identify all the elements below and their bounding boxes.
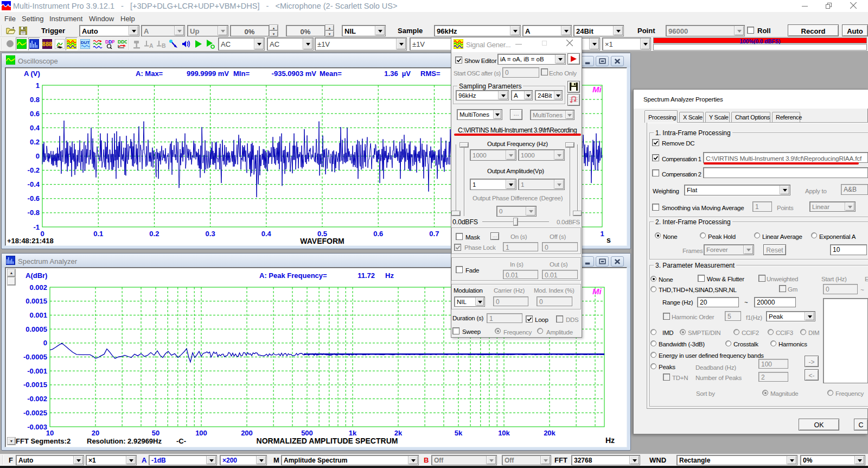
svg-text:5k: 5k xyxy=(455,429,463,437)
svg-text:10k: 10k xyxy=(498,429,510,437)
svg-text:888: 888 xyxy=(42,41,52,47)
svg-text:0.8: 0.8 xyxy=(30,96,40,104)
svg-text:0.002: 0.002 xyxy=(29,283,47,292)
svg-text:-C-: -C- xyxy=(176,437,186,445)
svg-text:1k: 1k xyxy=(349,429,357,437)
svg-text:20: 20 xyxy=(92,429,99,437)
svg-text:-0.002: -0.002 xyxy=(27,395,47,403)
svg-text:200: 200 xyxy=(241,429,253,437)
svg-text:Hz: Hz xyxy=(385,271,394,280)
svg-text:-0.8: -0.8 xyxy=(28,208,40,217)
svg-text:-0.6: -0.6 xyxy=(28,194,40,203)
svg-text:0.0005: 0.0005 xyxy=(25,325,47,333)
svg-text:0.1: 0.1 xyxy=(93,230,103,238)
svg-text:0.2: 0.2 xyxy=(30,138,40,146)
svg-text:50: 50 xyxy=(152,429,159,437)
svg-text:A(dBr): A(dBr) xyxy=(25,271,47,280)
svg-text:A: A xyxy=(149,42,154,49)
svg-text:A (V): A (V) xyxy=(24,69,40,78)
svg-text:Mi: Mi xyxy=(592,287,602,296)
svg-text:Hz: Hz xyxy=(605,436,615,445)
svg-text:11.72: 11.72 xyxy=(358,271,375,280)
svg-text:-0.0005: -0.0005 xyxy=(23,353,47,361)
svg-text:DUT: DUT xyxy=(81,40,90,45)
svg-text:0.7: 0.7 xyxy=(429,230,439,238)
svg-text:-0.2: -0.2 xyxy=(28,166,40,174)
svg-text:0.4: 0.4 xyxy=(30,124,40,132)
svg-text:-1: -1 xyxy=(33,223,40,231)
svg-text:0.0015: 0.0015 xyxy=(25,297,47,305)
svg-text:A: Max=: A: Max= xyxy=(136,69,163,78)
svg-text:0.001: 0.001 xyxy=(29,311,47,319)
svg-text:-935.0903 mV: -935.0903 mV xyxy=(272,69,317,78)
svg-text:0.2: 0.2 xyxy=(149,230,159,238)
svg-text:0: 0 xyxy=(36,152,40,160)
svg-text:P: P xyxy=(112,39,114,45)
svg-text:-0.0025: -0.0025 xyxy=(23,409,47,417)
svg-text:-0.4: -0.4 xyxy=(28,180,40,188)
svg-text:WAVEFORM: WAVEFORM xyxy=(300,237,344,245)
svg-text:A: Peak Frequency=: A: Peak Frequency= xyxy=(259,271,327,280)
svg-text:MIn=: MIn= xyxy=(233,69,250,78)
svg-text:1: 1 xyxy=(600,230,604,238)
svg-text:NORMALIZED AMPLITUDE SPECTRUM: NORMALIZED AMPLITUDE SPECTRUM xyxy=(257,437,398,445)
svg-text:+18:48:21:418: +18:48:21:418 xyxy=(7,237,54,245)
svg-text:100: 100 xyxy=(195,429,207,437)
svg-text:0.6: 0.6 xyxy=(30,110,40,118)
svg-text:1: 1 xyxy=(36,81,40,90)
svg-text:-0.0015: -0.0015 xyxy=(23,381,47,389)
svg-text:0: 0 xyxy=(43,339,47,347)
svg-text:Mean=: Mean= xyxy=(320,69,342,78)
svg-text:DDC: DDC xyxy=(118,39,127,45)
svg-text:-0.001: -0.001 xyxy=(27,367,47,375)
svg-text:B: B xyxy=(162,42,166,49)
svg-text:999.9999 mV: 999.9999 mV xyxy=(187,69,229,78)
svg-text:20k: 20k xyxy=(544,429,556,437)
svg-text:0.6: 0.6 xyxy=(373,230,383,238)
svg-text:0.3: 0.3 xyxy=(206,230,215,238)
svg-text:1.36 µV: 1.36 µV xyxy=(384,69,411,78)
svg-text:s: s xyxy=(607,236,611,244)
svg-text:Resolution: 2.92969Hz: Resolution: 2.92969Hz xyxy=(87,437,162,445)
svg-text:RMS=: RMS= xyxy=(420,69,441,78)
svg-text:FFT Segments:2: FFT Segments:2 xyxy=(16,437,71,445)
svg-text:-0.003: -0.003 xyxy=(27,423,47,431)
svg-text:2k: 2k xyxy=(394,429,403,437)
svg-text:0.4: 0.4 xyxy=(261,230,272,238)
svg-text:Mi: Mi xyxy=(592,85,602,94)
svg-text:500: 500 xyxy=(301,429,313,437)
svg-text:10: 10 xyxy=(46,429,54,437)
